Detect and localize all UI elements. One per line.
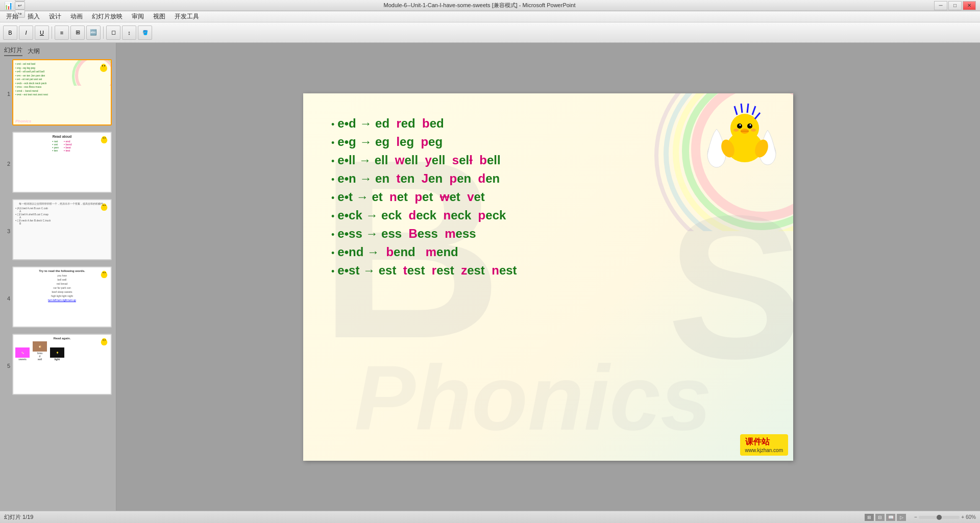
bullet-text-4: e•n → en ten Jen pen den xyxy=(337,171,500,186)
svg-point-21 xyxy=(102,338,107,343)
slide-thumbnail-3[interactable]: 每一组词语以让全部同学回答一个，然后出示一个答案，提高全班的积极性。 • (A)… xyxy=(12,199,112,260)
bullet-item-8: • e•nd → bend mend xyxy=(331,245,701,259)
reading-view-btn[interactable]: 📖 xyxy=(886,514,895,521)
normal-view-btn[interactable]: ⊞ xyxy=(865,514,874,521)
zoom-percent: 60% xyxy=(966,514,976,520)
zoom-plus: + xyxy=(961,514,964,520)
slide-thumbnail-5[interactable]: Read again. 🍬 sweets 🍞 breadwell 💡 light xyxy=(12,334,112,395)
thumb5-items: 🍬 sweets 🍞 breadwell 💡 light xyxy=(15,341,109,361)
slide-thumbnail-4[interactable]: Try to read the following words. you how… xyxy=(12,266,112,328)
menu-review[interactable]: 审阅 xyxy=(128,11,148,22)
bullet-text-2: e•g → eg leg peg xyxy=(337,135,443,149)
zoom-slider[interactable] xyxy=(919,516,960,519)
thumb5-chick-icon xyxy=(100,337,109,348)
statusbar-right: ⊞ ⊟ 📖 ▷ − + 60% xyxy=(865,514,976,521)
toolbar-sep-1 xyxy=(52,27,52,39)
thumb1-chick-icon xyxy=(99,62,109,74)
svg-point-1 xyxy=(101,64,106,69)
toolbar-btn-6[interactable]: 🔤 xyxy=(86,26,101,40)
toolbar-btn-2[interactable]: I xyxy=(19,26,33,40)
thumb4-chick-icon xyxy=(100,269,109,281)
bullet-dot-1: • xyxy=(331,119,334,130)
menu-animation[interactable]: 动画 xyxy=(66,11,87,22)
slide-num-3: 3 xyxy=(2,228,10,234)
menu-slideshow[interactable]: 幻灯片放映 xyxy=(88,11,127,22)
svg-point-8 xyxy=(105,137,106,138)
watermark-logo: 课件站 www.kjzhan.com xyxy=(740,434,788,456)
thumb2-content: • net• vet• pen• ten • end• bend• best• … xyxy=(15,140,109,152)
svg-point-35 xyxy=(747,123,752,129)
menu-insert[interactable]: 插入 xyxy=(23,11,44,22)
titlebar-buttons: ─ □ ✕ xyxy=(934,1,976,10)
bullet-text-1: e•d → ed red bed xyxy=(337,116,444,131)
watermark-text: 课件站 xyxy=(745,437,783,447)
zoom-label: − xyxy=(914,514,917,520)
slide-thumbnail-1[interactable]: • e•d→ed red bed • e•g→eg leg peg • e•ll… xyxy=(12,59,112,126)
bullet-item-6: • e•ck → eck deck neck peck xyxy=(331,208,701,222)
svg-point-7 xyxy=(103,137,104,138)
toolbar-btn-arrange[interactable]: ↕ xyxy=(122,26,136,40)
bullet-item-7: • e•ss → ess Bess mess xyxy=(331,227,701,241)
slide-canvas: B S Phonics xyxy=(303,93,793,461)
bullet-dot-3: • xyxy=(331,156,334,167)
svg-point-17 xyxy=(103,272,104,273)
svg-line-29 xyxy=(734,106,737,115)
bullet-content: • e•d → ed red bed • e•g → eg leg peg • xyxy=(331,116,701,278)
svg-line-31 xyxy=(747,104,748,113)
slides-tab[interactable]: 幻灯片 xyxy=(4,46,22,56)
toolbar-btn-4[interactable]: ≡ xyxy=(55,26,69,40)
toolbar-btn-shapes[interactable]: ◻ xyxy=(106,26,120,40)
toolbar-btn-5[interactable]: ⊞ xyxy=(70,26,85,40)
menu-start[interactable]: 开始 xyxy=(2,11,22,22)
bullet-item-3: • e•ll → ell well yell sell bell xyxy=(331,153,701,167)
bullet-text-3: e•ll → ell well yell sell bell xyxy=(337,153,500,167)
slide-thumbnail-2[interactable]: Read aloud • net• vet• pen• ten • end• b… xyxy=(12,132,112,193)
slide-num-5: 5 xyxy=(2,363,10,369)
svg-point-40 xyxy=(733,129,739,132)
slideshow-btn[interactable]: ▷ xyxy=(897,514,906,521)
svg-point-23 xyxy=(105,339,106,340)
outline-tab[interactable]: 大纲 xyxy=(28,47,40,56)
thumb1-watermark: Phonics xyxy=(15,119,31,123)
toolbar-btn-fill[interactable]: 🪣 xyxy=(138,26,152,40)
thumb4-title: Try to read the following words. xyxy=(15,269,109,272)
bullet-dot-8: • xyxy=(331,248,334,259)
slide-editing-area[interactable]: B S Phonics xyxy=(116,43,980,511)
bullet-text-8: e•nd → bend mend xyxy=(337,245,458,259)
bullet-dot-9: • xyxy=(331,266,334,277)
toolbar-btn-1[interactable]: B xyxy=(3,26,17,40)
thumb2-title: Read aloud xyxy=(15,135,109,138)
maximize-button[interactable]: □ xyxy=(948,1,962,10)
thumb2-chick-icon xyxy=(100,135,109,146)
menu-design[interactable]: 设计 xyxy=(45,11,65,22)
watermark-site: www.kjzhan.com xyxy=(745,447,783,453)
bullet-text-7: e•ss → ess Bess mess xyxy=(337,227,476,241)
svg-point-2 xyxy=(102,65,103,66)
minimize-button[interactable]: ─ xyxy=(934,1,947,10)
menu-devtools[interactable]: 开发工具 xyxy=(170,11,203,22)
svg-point-6 xyxy=(102,136,107,141)
svg-point-41 xyxy=(751,129,756,132)
svg-point-18 xyxy=(105,272,106,273)
svg-point-22 xyxy=(103,339,104,340)
svg-point-12 xyxy=(103,205,104,206)
bullet-text-6: e•ck → eck deck neck peck xyxy=(337,208,506,222)
slide-num-2: 2 xyxy=(2,161,10,167)
svg-point-11 xyxy=(102,204,107,208)
statusbar: 幻灯片 1/19 ⊞ ⊟ 📖 ▷ − + 60% xyxy=(0,511,980,523)
slide-num-1: 1 xyxy=(2,91,10,97)
menu-view[interactable]: 视图 xyxy=(149,11,169,22)
bullet-dot-5: • xyxy=(331,193,334,204)
toolbar: B I U ≡ ⊞ 🔤 ◻ ↕ 🪣 xyxy=(0,22,980,43)
chick-decoration xyxy=(706,98,783,172)
slide-sorter-btn[interactable]: ⊟ xyxy=(875,514,885,521)
titlebar: 📊 💾 ↩ ↪ Module-6--Unit-1-Can-I-have-some… xyxy=(0,0,980,11)
toolbar-btn-3[interactable]: U xyxy=(35,26,49,40)
undo-btn[interactable]: ↩ xyxy=(15,2,25,10)
bullet-dot-2: • xyxy=(331,138,334,148)
menubar: 开始 插入 设计 动画 幻灯片放映 审阅 视图 开发工具 xyxy=(0,11,980,22)
thumb3-chick-icon xyxy=(100,202,109,213)
close-button[interactable]: ✕ xyxy=(963,1,976,10)
bullet-item-9: • e•st → est test rest zest nest xyxy=(331,263,701,278)
sidebar-header: 幻灯片 大纲 xyxy=(2,45,114,57)
